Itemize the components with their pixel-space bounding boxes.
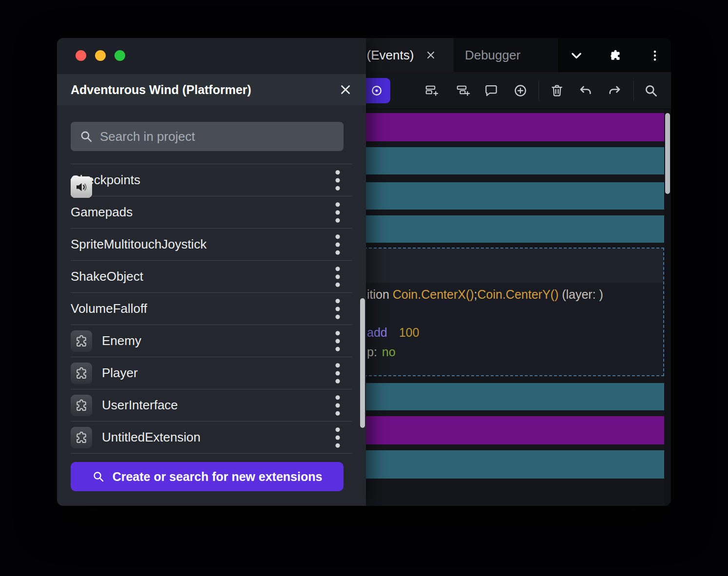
extension-name: VolumeFalloff xyxy=(71,301,313,316)
tab-debugger-label: Debugger xyxy=(465,48,520,63)
create-extension-label: Create or search for new extensions xyxy=(113,470,323,484)
close-icon[interactable] xyxy=(339,83,352,96)
kebab-menu-icon[interactable] xyxy=(648,48,662,63)
kebab-menu-icon[interactable] xyxy=(323,262,352,291)
extensions-drawer: Adventurous Wind (Platformer) Checkpoint… xyxy=(57,38,366,506)
extension-name: Checkpoints xyxy=(71,173,313,188)
drawer-title: Adventurous Wind (Platformer) xyxy=(71,83,339,97)
kebab-menu-icon[interactable] xyxy=(323,326,352,356)
extension-list-item[interactable]: Gamepads xyxy=(71,196,352,229)
add-subevent-button[interactable] xyxy=(452,80,474,101)
add-subevent-icon xyxy=(456,83,470,98)
extension-list-item[interactable]: UntitledExtension xyxy=(71,422,352,454)
trash-icon xyxy=(550,83,564,98)
puzzle-icon xyxy=(71,363,92,384)
extension-list-item[interactable]: Checkpoints xyxy=(71,164,352,196)
extension-name: ShakeObject xyxy=(71,269,313,284)
extension-name: Gamepads xyxy=(71,205,313,220)
extension-name: SpriteMultitouchJoystick xyxy=(71,237,313,252)
search-icon xyxy=(644,83,658,98)
event-parameter-text: p:no xyxy=(367,345,396,359)
tab-events-label: (Events) xyxy=(367,48,414,63)
extension-list: Checkpoints Gamepads SpriteMultitouchJoy… xyxy=(71,164,352,454)
target-icon xyxy=(370,84,383,97)
extensions-puzzle-icon[interactable] xyxy=(608,48,623,63)
add-new-button[interactable] xyxy=(510,80,531,101)
redo-button[interactable] xyxy=(604,80,625,101)
traffic-light-close[interactable] xyxy=(76,50,86,61)
undo-button[interactable] xyxy=(575,80,596,101)
speaker-icon xyxy=(71,176,92,198)
toolbar-divider xyxy=(538,81,539,100)
kebab-menu-icon[interactable] xyxy=(323,391,352,420)
code-fragment: ition xyxy=(367,288,393,301)
puzzle-icon xyxy=(71,427,92,448)
extension-name: UserInterface xyxy=(102,398,313,413)
delete-button[interactable] xyxy=(546,80,568,101)
chevron-down-icon[interactable] xyxy=(569,48,584,63)
extension-list-item[interactable]: VolumeFalloff xyxy=(71,293,352,325)
puzzle-icon xyxy=(71,395,92,416)
undo-icon xyxy=(578,83,593,98)
kebab-menu-icon[interactable] xyxy=(323,166,352,195)
extension-list-item[interactable]: Player xyxy=(71,357,352,389)
comment-icon xyxy=(484,83,498,98)
toolbar-divider xyxy=(633,81,634,100)
redo-icon xyxy=(607,83,622,98)
events-scrollbar[interactable] xyxy=(664,109,671,506)
kebab-menu-icon[interactable] xyxy=(323,198,352,227)
extension-list-item[interactable]: Enemy xyxy=(71,325,352,357)
code-fragment: Coin.CenterX() xyxy=(393,288,474,301)
kebab-menu-icon[interactable] xyxy=(323,230,352,259)
traffic-light-zoom[interactable] xyxy=(115,50,125,61)
events-scrollbar-thumb[interactable] xyxy=(665,113,670,194)
tab-debugger[interactable]: Debugger xyxy=(456,38,530,72)
extension-list-item[interactable]: UserInterface xyxy=(71,389,352,422)
app-window: (Events) Debugger xyxy=(57,38,671,506)
search-icon xyxy=(79,130,93,143)
event-parameter-text: add100 xyxy=(367,326,419,340)
code-fragment: add xyxy=(367,326,387,340)
search-input[interactable] xyxy=(100,129,335,144)
search-icon xyxy=(92,470,105,483)
code-fragment: ; xyxy=(474,288,478,301)
extension-list-item[interactable]: SpriteMultitouchJoystick xyxy=(71,229,352,261)
kebab-menu-icon[interactable] xyxy=(323,423,352,452)
code-fragment: Coin.CenterY() xyxy=(478,288,559,301)
code-fragment: p: xyxy=(367,345,377,359)
extension-name: Enemy xyxy=(102,333,313,348)
window-menu-area xyxy=(558,38,671,72)
code-fragment: 100 xyxy=(399,326,420,340)
kebab-menu-icon[interactable] xyxy=(323,294,352,324)
extension-name: UntitledExtension xyxy=(102,430,313,445)
add-comment-button[interactable] xyxy=(480,80,502,101)
search-events-button[interactable] xyxy=(640,80,662,101)
extension-name: Player xyxy=(102,365,313,381)
code-fragment: (layer: ) xyxy=(558,288,603,301)
drawer-header: Adventurous Wind (Platformer) xyxy=(57,74,366,105)
window-titlebar xyxy=(57,38,366,74)
extension-list-item[interactable]: ShakeObject xyxy=(71,261,352,293)
code-fragment: no xyxy=(382,345,396,359)
tab-close-icon[interactable] xyxy=(425,50,436,60)
add-event-button[interactable] xyxy=(421,80,442,101)
puzzle-icon xyxy=(71,330,92,352)
traffic-light-minimize[interactable] xyxy=(95,50,106,61)
kebab-menu-icon[interactable] xyxy=(323,359,352,388)
desktop: (Events) Debugger xyxy=(0,0,728,576)
drawer-scrollbar[interactable] xyxy=(360,298,365,428)
add-event-icon xyxy=(424,83,439,98)
add-circle-icon xyxy=(513,83,528,98)
event-action-text: ition Coin.CenterX();Coin.CenterY() (lay… xyxy=(367,288,603,302)
create-extension-button[interactable]: Create or search for new extensions xyxy=(71,462,344,491)
project-search-box[interactable] xyxy=(71,122,344,151)
drawer-body: Checkpoints Gamepads SpriteMultitouchJoy… xyxy=(57,105,366,506)
